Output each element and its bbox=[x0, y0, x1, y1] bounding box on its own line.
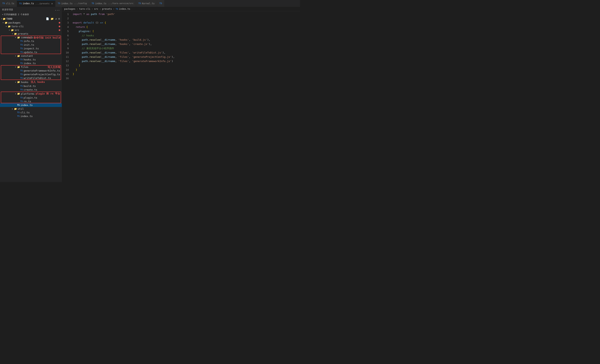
sidebar-action-dots[interactable]: ... bbox=[55, 8, 60, 11]
tree-item-taro-cli[interactable]: ▾ 📁 taro-cli bbox=[0, 25, 62, 28]
breadcrumb-src[interactable]: src bbox=[94, 8, 98, 10]
ts-file-icon: TS bbox=[20, 44, 23, 46]
new-file-icon[interactable]: 📄 bbox=[46, 17, 49, 20]
sidebar: 资源管理器 ... ▾ 打开的编辑器 2 个未保存 ▾ 📁 TARO 📄 📁 ↺… bbox=[0, 7, 62, 182]
code-content[interactable]: import * as path from 'path' export defa… bbox=[72, 12, 300, 182]
tree-item-build-ts[interactable]: TS build.ts bbox=[0, 84, 62, 88]
tree-item-index-ts-root[interactable]: TS index.ts bbox=[0, 114, 62, 118]
tree-item-constant[interactable]: ▾ 📁 constant bbox=[0, 54, 62, 58]
platforms-section-wrapper: ▾ 📁 platforms plugin 和 rn 平台 TS plugin.t… bbox=[0, 92, 62, 103]
folder-icon: 📁 bbox=[11, 29, 14, 31]
tree-label: info.ts bbox=[24, 40, 34, 43]
main-layout: 资源管理器 ... ▾ 打开的编辑器 2 个未保存 ▾ 📁 TARO 📄 📁 ↺… bbox=[0, 7, 300, 182]
tab-kernel[interactable]: TS Kernel.ts bbox=[136, 0, 157, 7]
ts-file-icon: TS bbox=[17, 111, 20, 114]
tree-item-platforms[interactable]: ▾ 📁 platforms plugin 和 rn 平台 bbox=[0, 92, 62, 96]
ts-file-icon: TS bbox=[20, 47, 23, 50]
folder-closed-icon: ▸ bbox=[11, 108, 14, 110]
tree-label: packages bbox=[8, 21, 21, 24]
ts-file-icon: TS bbox=[20, 77, 23, 79]
sidebar-header: 资源管理器 ... bbox=[0, 7, 62, 12]
sidebar-actions: ... bbox=[55, 8, 60, 11]
tree-item-cli-ts-root[interactable]: TS cli.ts bbox=[0, 111, 62, 114]
tab-ts-extra[interactable]: TS bbox=[157, 0, 164, 7]
breadcrumb-sep: › bbox=[77, 8, 78, 10]
toolbar-icons: 📄 📁 ↺ ⊟ bbox=[46, 17, 60, 20]
tree-label: generateFrameworkInfo.ts bbox=[24, 69, 60, 72]
chevron-down-icon: ▾ bbox=[1, 18, 2, 20]
tree-item-packages[interactable]: ▾ 📁 packages bbox=[0, 21, 62, 25]
tree-item-inspect-ts[interactable]: TS inspect.ts bbox=[0, 47, 62, 50]
chevron-down-icon: ▾ bbox=[2, 13, 3, 16]
breadcrumb-sep: › bbox=[113, 8, 114, 10]
collapse-icon[interactable]: ⊟ bbox=[58, 17, 60, 20]
folder-open-icon: ▾ bbox=[1, 22, 5, 24]
tree-item-plugin-ts[interactable]: TS plugin.ts bbox=[0, 96, 62, 100]
tree-item-rn-ts[interactable]: TS rn.ts bbox=[0, 100, 62, 103]
tree-label: taro-cli bbox=[11, 25, 24, 28]
tree-item-hooks[interactable]: ▾ 📁 hooks 注入 hooks bbox=[0, 80, 62, 84]
taro-root-icon: 📁 bbox=[3, 18, 6, 20]
breadcrumb-sep: › bbox=[92, 8, 93, 10]
folder-open-icon: ▾ bbox=[14, 93, 17, 95]
taro-root-label: TARO bbox=[6, 18, 12, 20]
files-section-wrapper: 写入文件等 ▾ 📁 files TS generateFrameworkInfo… bbox=[0, 65, 62, 80]
tree-item-index-ts-const[interactable]: TS index.ts bbox=[0, 61, 62, 65]
tree-label: writeFileToDist.ts bbox=[24, 77, 51, 80]
code-editor[interactable]: 1 2 3 4 5 6 7 8 9 10 11 12 13 14 15 16 i… bbox=[62, 11, 300, 182]
folder-icon: 📁 bbox=[17, 66, 20, 68]
unsaved-badge: 2 个未保存 bbox=[18, 13, 29, 16]
breadcrumb-taro-cli[interactable]: taro-cli bbox=[79, 8, 90, 10]
tab-index-config[interactable]: TS index.ts .../config bbox=[56, 0, 89, 7]
tree-item-info-ts[interactable]: TS info.ts bbox=[0, 39, 62, 43]
tab-index-taro-service[interactable]: TS index.ts .../taro-service/src bbox=[89, 0, 136, 7]
breadcrumb-ts-icon: TS bbox=[116, 8, 118, 10]
tree-item-util[interactable]: ▸ 📁 util bbox=[0, 107, 62, 111]
tree-item-presets[interactable]: ▾ 📁 presets bbox=[0, 32, 62, 36]
ts-file-icon: TS bbox=[20, 69, 23, 72]
modified-dot bbox=[59, 29, 60, 31]
breadcrumb-file[interactable]: index.ts bbox=[119, 8, 130, 10]
tab-index-presets[interactable]: TS index.ts .../presets ✕ bbox=[17, 0, 56, 7]
breadcrumb-presets[interactable]: presets bbox=[102, 8, 112, 10]
tree-label: init.ts bbox=[24, 43, 34, 46]
folder-icon: 📁 bbox=[17, 92, 20, 95]
hooks-section-wrapper: ▾ 📁 hooks 注入 hooks TS build.ts bbox=[0, 80, 62, 92]
open-editors-section[interactable]: ▾ 打开的编辑器 2 个未保存 bbox=[0, 12, 62, 17]
folder-icon: 📁 bbox=[17, 55, 20, 57]
tree-item-files[interactable]: ▾ 📁 files bbox=[0, 65, 62, 69]
tree-item-init-ts[interactable]: TS init.ts bbox=[0, 43, 62, 47]
breadcrumb-packages[interactable]: packages bbox=[64, 8, 75, 10]
ts-file-icon: TS bbox=[20, 73, 23, 76]
tab-label: index.ts bbox=[23, 2, 34, 5]
tree-item-index-ts-selected[interactable]: TS index.ts bbox=[0, 103, 62, 107]
refresh-icon[interactable]: ↺ bbox=[55, 17, 57, 20]
tree-label: constant bbox=[21, 55, 33, 57]
tree-item-create-ts[interactable]: TS create.ts bbox=[0, 88, 62, 92]
tree-label: index.ts bbox=[20, 104, 33, 107]
tab-path: .../presets bbox=[35, 2, 50, 5]
ts-file-icon: TS bbox=[17, 115, 20, 117]
tree-item-update-ts[interactable]: TS update.ts bbox=[0, 50, 62, 54]
tree-item-commands[interactable]: ▾ 📁 commands bbox=[0, 36, 62, 39]
tree-label: cli.ts bbox=[20, 111, 29, 114]
tree-item-hooks-ts-const[interactable]: TS hooks.ts bbox=[0, 58, 62, 61]
line-numbers: 1 2 3 4 5 6 7 8 9 10 11 12 13 14 15 16 bbox=[62, 12, 72, 182]
close-icon[interactable]: ✕ bbox=[51, 2, 53, 5]
tree-item-src[interactable]: ▾ 📁 src bbox=[0, 28, 62, 32]
tree-item-generateProjectConfig[interactable]: TS generateProjectConfig.ts bbox=[0, 73, 62, 76]
folder-icon: 📁 bbox=[14, 108, 17, 110]
tree-item-writeFileToDist[interactable]: TS writeFileToDist.ts bbox=[0, 76, 62, 80]
folder-open-icon: ▾ bbox=[14, 81, 17, 83]
commands-section-wrapper: CLI 命令行如 init build ▾ 📁 commands TS info… bbox=[0, 36, 62, 54]
tab-cli-ts[interactable]: TS cli.ts bbox=[0, 0, 17, 7]
ts-icon: TS bbox=[2, 2, 5, 5]
folder-open-icon: ▾ bbox=[11, 33, 14, 35]
ts-file-icon: TS bbox=[20, 100, 23, 103]
tree-item-generateFrameworkInfo[interactable]: TS generateFrameworkInfo.ts bbox=[0, 69, 62, 73]
new-folder-icon[interactable]: 📁 bbox=[51, 17, 54, 20]
modified-dot bbox=[59, 22, 60, 24]
tab-label: index.ts bbox=[95, 2, 106, 5]
ts-file-icon: TS bbox=[20, 62, 23, 65]
taro-root-section[interactable]: ▾ 📁 TARO 📄 📁 ↺ ⊟ bbox=[0, 17, 62, 21]
